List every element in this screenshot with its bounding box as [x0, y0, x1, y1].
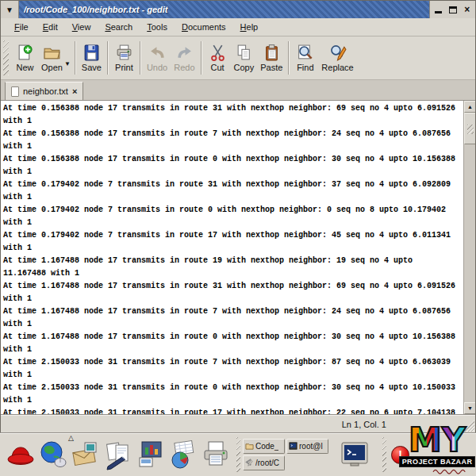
- editor-line: with 1: [3, 191, 463, 204]
- window-title: /root/Code_100/neighbor.txt - gedit: [24, 5, 168, 14]
- scroll-up-button[interactable]: ▲: [464, 101, 475, 113]
- presentation-launcher[interactable]: [134, 436, 167, 473]
- editor-line: with 1: [3, 369, 463, 382]
- paste-button[interactable]: Paste: [257, 42, 286, 74]
- gedit-window: ▼ /root/Code_100/neighbor.txt - gedit × …: [0, 0, 476, 432]
- toolbar-drag-handle[interactable]: [3, 40, 9, 75]
- minimize-button[interactable]: [432, 3, 444, 16]
- menubar: File Edit View Search Tools Documents He…: [1, 18, 475, 36]
- scroll-up-icon: ▲: [467, 104, 473, 109]
- menu-search[interactable]: Search: [98, 20, 140, 34]
- tab-neighbor-txt[interactable]: neighbor.txt ×: [5, 82, 83, 100]
- editor-line: At time 1.167488 node 17 transmits in ro…: [3, 331, 463, 344]
- printer-icon: [115, 44, 133, 62]
- task-button-code100[interactable]: Code_: [243, 439, 285, 454]
- documents-pen-icon: [103, 439, 133, 470]
- web-browser-launcher[interactable]: [36, 436, 69, 473]
- menu-indicator-icon: △: [68, 434, 74, 442]
- editor-line: At time 0.156388 node 17 transmits in ro…: [3, 102, 463, 115]
- menu-edit[interactable]: Edit: [36, 20, 65, 34]
- terminal-icon: [289, 442, 298, 451]
- maximize-button[interactable]: [447, 3, 459, 16]
- logo-text: PROJECT BAZAAR: [399, 456, 476, 467]
- editor-line: At time 1.167488 node 17 transmits in ro…: [3, 255, 463, 267]
- titlebar-stripe[interactable]: /root/Code_100/neighbor.txt - gedit: [19, 1, 429, 18]
- paste-clipboard-icon: [263, 44, 281, 62]
- task-button-terminal[interactable]: root@l: [286, 439, 328, 454]
- close-icon: ×: [464, 4, 470, 15]
- editor-line: At time 0.156388 node 17 transmits in ro…: [3, 153, 463, 166]
- menu-view[interactable]: View: [65, 20, 98, 34]
- menu-help[interactable]: Help: [233, 20, 266, 34]
- redo-icon: [175, 44, 194, 62]
- window-menu-button[interactable]: ▼: [1, 1, 19, 18]
- toolbar-separator: [107, 41, 109, 75]
- text-area[interactable]: At time 0.156388 node 17 transmits in ro…: [1, 101, 463, 414]
- editor-line: with 1: [3, 217, 463, 229]
- scrollbar-thumb[interactable]: [464, 113, 475, 144]
- printer-launcher-icon: [201, 439, 231, 470]
- scroll-down-button[interactable]: ▼: [464, 402, 475, 414]
- copy-pages-icon: [235, 44, 253, 62]
- cut-button[interactable]: Cut: [205, 42, 231, 74]
- editor-line: At time 2.150033 node 31 transmits in ro…: [3, 356, 463, 369]
- print-manager-launcher[interactable]: [199, 436, 232, 473]
- vertical-scrollbar[interactable]: ▲ ▼: [463, 101, 475, 414]
- window-list-handle[interactable]: [236, 437, 240, 472]
- terminal-launcher-icon: [341, 441, 370, 468]
- print-button[interactable]: Print: [111, 42, 137, 74]
- main-menu-button[interactable]: [4, 436, 36, 473]
- word-processor-launcher[interactable]: [102, 436, 134, 473]
- chart-slide-icon: [136, 439, 166, 470]
- save-floppy-icon: [83, 44, 101, 62]
- close-button[interactable]: ×: [461, 3, 474, 16]
- logo-letters: M Y: [409, 425, 466, 455]
- editor-area: At time 0.156388 node 17 transmits in ro…: [1, 101, 475, 415]
- cut-scissors-icon: [209, 44, 227, 62]
- new-document-icon: [16, 44, 34, 62]
- menu-documents[interactable]: Documents: [175, 20, 233, 34]
- terminal-launcher[interactable]: [340, 437, 371, 472]
- find-button[interactable]: Find: [292, 42, 318, 74]
- open-folder-icon: [43, 44, 61, 62]
- email-launcher[interactable]: [69, 436, 102, 473]
- logo-tagline-script: [431, 467, 472, 474]
- toolbar: New Open ▼ Save Print Undo Redo: [1, 36, 475, 80]
- replace-button[interactable]: Replace: [318, 42, 356, 74]
- editor-line: At time 2.150033 node 31 transmits in ro…: [3, 382, 463, 394]
- tab-close-icon[interactable]: ×: [72, 87, 77, 95]
- editor-line: At time 0.179402 node 7 transmits in rou…: [3, 204, 463, 217]
- editor-line: with 1: [3, 242, 463, 255]
- spreadsheet-launcher[interactable]: [167, 436, 199, 473]
- window-controls: ×: [429, 1, 475, 18]
- undo-icon: [148, 44, 167, 62]
- open-button[interactable]: Open: [38, 42, 66, 74]
- editor-line: At time 1.167488 node 17 transmits in ro…: [3, 305, 463, 318]
- titlebar: ▼ /root/Code_100/neighbor.txt - gedit ×: [1, 1, 475, 18]
- save-button[interactable]: Save: [79, 42, 105, 74]
- project-bazaar-logo: M Y PROJECT BAZAAR: [399, 425, 475, 474]
- cursor-position: Ln 1, Col. 1: [342, 420, 386, 429]
- editor-line: with 1: [3, 344, 463, 356]
- alert-handle[interactable]: [382, 437, 386, 472]
- open-dropdown-icon[interactable]: ▼: [64, 60, 71, 67]
- new-button[interactable]: New: [12, 42, 38, 74]
- menu-tools[interactable]: Tools: [140, 20, 175, 34]
- envelope-icon: [71, 439, 101, 470]
- pie-chart-icon: [168, 439, 198, 470]
- task-button-gedit[interactable]: /root/C: [243, 455, 285, 470]
- editor-line: 11.167488 with 1: [3, 267, 463, 280]
- gedit-icon: [245, 459, 254, 467]
- menu-file[interactable]: File: [7, 20, 36, 34]
- window-menu-icon: ▼: [6, 6, 13, 14]
- toolbar-separator: [75, 41, 76, 75]
- folder-icon: [245, 442, 254, 451]
- globe-mouse-icon: [38, 439, 68, 470]
- undo-button: Undo: [144, 42, 171, 74]
- toolbar-separator: [140, 41, 141, 75]
- copy-button[interactable]: Copy: [231, 42, 258, 74]
- editor-line: At time 0.179402 node 7 transmits in rou…: [3, 178, 463, 191]
- red-hat-icon: [6, 439, 36, 470]
- editor-line: with 1: [3, 166, 463, 178]
- editor-line: with 1: [3, 115, 463, 128]
